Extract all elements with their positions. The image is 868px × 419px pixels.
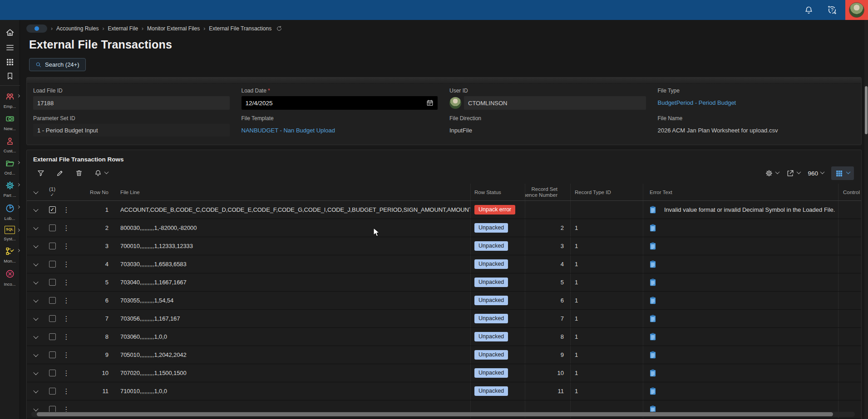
refresh-icon[interactable] — [276, 25, 282, 32]
row-checkbox[interactable] — [49, 279, 56, 286]
row-checkbox[interactable] — [49, 206, 56, 213]
row-checkbox[interactable] — [49, 388, 56, 395]
row-expander[interactable] — [27, 382, 45, 400]
row-select[interactable] — [45, 273, 59, 291]
row-select[interactable] — [45, 237, 59, 255]
sidebar-item-system[interactable]: SQL Syst... — [0, 222, 20, 242]
breadcrumb-link[interactable]: External File — [108, 25, 138, 32]
error-report-icon[interactable] — [650, 387, 656, 395]
row-select[interactable] — [45, 382, 59, 400]
page-size-dropdown[interactable]: 960 — [808, 170, 824, 177]
row-checkbox[interactable] — [49, 243, 56, 249]
delete-trash-icon[interactable] — [75, 169, 83, 177]
header-control-id[interactable]: Control ID — [838, 184, 861, 200]
row-actions-menu[interactable] — [59, 255, 73, 273]
row-expander[interactable] — [27, 219, 45, 237]
header-error-text[interactable]: Error Text — [643, 184, 838, 200]
row-actions-menu[interactable] — [59, 219, 73, 237]
sidebar-item-monitor[interactable]: Mon... — [0, 242, 20, 264]
breadcrumb-home[interactable] — [26, 24, 47, 33]
row-checkbox[interactable] — [49, 261, 56, 268]
load-date-input[interactable]: 12/4/2025 — [242, 96, 438, 110]
vertical-scrollbar[interactable] — [864, 20, 868, 419]
row-expander[interactable] — [27, 255, 45, 273]
row-expander[interactable] — [27, 346, 45, 364]
error-report-icon[interactable] — [650, 351, 656, 359]
select-all-header[interactable]: (1) — [45, 184, 59, 200]
row-checkbox[interactable] — [49, 224, 56, 231]
file-template-link[interactable]: NANBUDGET - Nan Budget Upload — [242, 124, 438, 134]
row-select[interactable] — [45, 328, 59, 346]
sidebar-item-orders[interactable]: Ord... — [0, 154, 20, 176]
error-report-icon[interactable] — [650, 369, 656, 377]
breadcrumb-link[interactable]: Monitor External Files — [147, 25, 200, 32]
help-icon[interactable]: ? — [827, 5, 837, 15]
row-actions-menu[interactable] — [59, 382, 73, 400]
row-actions-menu[interactable] — [59, 310, 73, 327]
expand-all-header[interactable] — [27, 184, 45, 200]
row-actions-menu[interactable] — [59, 201, 73, 219]
row-expander[interactable] — [27, 273, 45, 291]
settings-dropdown[interactable] — [765, 169, 779, 177]
error-report-icon[interactable] — [650, 297, 656, 304]
sidebar-item-new[interactable]: New... — [0, 110, 20, 132]
user-avatar[interactable] — [845, 0, 868, 20]
sidebar-item-income[interactable]: Inco... — [0, 264, 20, 287]
row-checkbox[interactable] — [49, 333, 56, 340]
breadcrumb-link[interactable]: External File Transactions — [209, 25, 271, 32]
row-select[interactable] — [45, 310, 59, 327]
file-type-link[interactable]: BudgetPeriod - Period Budget — [658, 96, 854, 106]
row-expander[interactable] — [27, 364, 45, 382]
header-record-type-id[interactable]: Record Type ID — [570, 184, 643, 200]
breadcrumb-link[interactable]: Accounting Rules — [56, 25, 99, 32]
row-actions-menu[interactable] — [59, 273, 73, 291]
alerts-dropdown[interactable] — [94, 169, 108, 177]
row-actions-menu[interactable] — [59, 237, 73, 255]
row-select[interactable] — [45, 292, 59, 309]
edit-pencil-icon[interactable] — [56, 169, 64, 177]
view-switcher[interactable] — [831, 166, 854, 180]
header-row-no[interactable]: Row No — [73, 184, 114, 200]
row-expander[interactable] — [27, 328, 45, 346]
row-actions-menu[interactable] — [59, 292, 73, 309]
calendar-icon[interactable] — [426, 99, 434, 107]
header-row-status[interactable]: Row Status — [470, 184, 525, 200]
row-select[interactable] — [45, 201, 59, 219]
sidebar-item-bookmarks[interactable] — [0, 68, 20, 82]
error-report-icon[interactable] — [650, 206, 656, 214]
row-checkbox[interactable] — [49, 297, 56, 304]
notification-bell-icon[interactable] — [804, 5, 814, 15]
sidebar-item-employees[interactable]: Emp... — [0, 88, 20, 110]
row-expander[interactable] — [27, 292, 45, 309]
sidebar-item-parts[interactable]: Part ... — [0, 176, 20, 199]
vertical-scrollbar-thumb[interactable] — [865, 86, 868, 134]
row-checkbox[interactable] — [49, 351, 56, 358]
header-record-set-sequence[interactable]: Record SetSequence Number — [525, 184, 570, 200]
error-report-icon[interactable] — [650, 278, 656, 286]
row-select[interactable] — [45, 346, 59, 364]
error-report-icon[interactable] — [650, 224, 656, 232]
error-report-icon[interactable] — [650, 260, 656, 268]
row-checkbox[interactable] — [49, 315, 56, 322]
sidebar-item-home[interactable] — [0, 24, 20, 39]
row-actions-menu[interactable] — [59, 364, 73, 382]
row-actions-menu[interactable] — [59, 328, 73, 346]
row-checkbox[interactable] — [49, 370, 56, 376]
horizontal-scrollbar-thumb[interactable] — [37, 412, 833, 416]
sidebar-item-menu[interactable] — [0, 39, 20, 54]
header-file-line[interactable]: File Line — [114, 184, 470, 200]
row-select[interactable] — [45, 255, 59, 273]
error-report-icon[interactable] — [650, 315, 656, 322]
row-expander[interactable] — [27, 201, 45, 219]
search-button[interactable]: Search (24+) — [29, 58, 86, 71]
sidebar-item-apps[interactable] — [0, 54, 20, 68]
error-report-icon[interactable] — [650, 333, 656, 341]
sidebar-item-customers[interactable]: Cust... — [0, 132, 20, 154]
filter-icon[interactable] — [37, 169, 45, 177]
sidebar-item-lob[interactable]: Lob... — [0, 199, 20, 222]
horizontal-scrollbar[interactable] — [31, 412, 855, 417]
error-report-icon[interactable] — [650, 242, 656, 250]
row-actions-menu[interactable] — [59, 346, 73, 364]
row-select[interactable] — [45, 219, 59, 237]
row-expander[interactable] — [27, 310, 45, 327]
